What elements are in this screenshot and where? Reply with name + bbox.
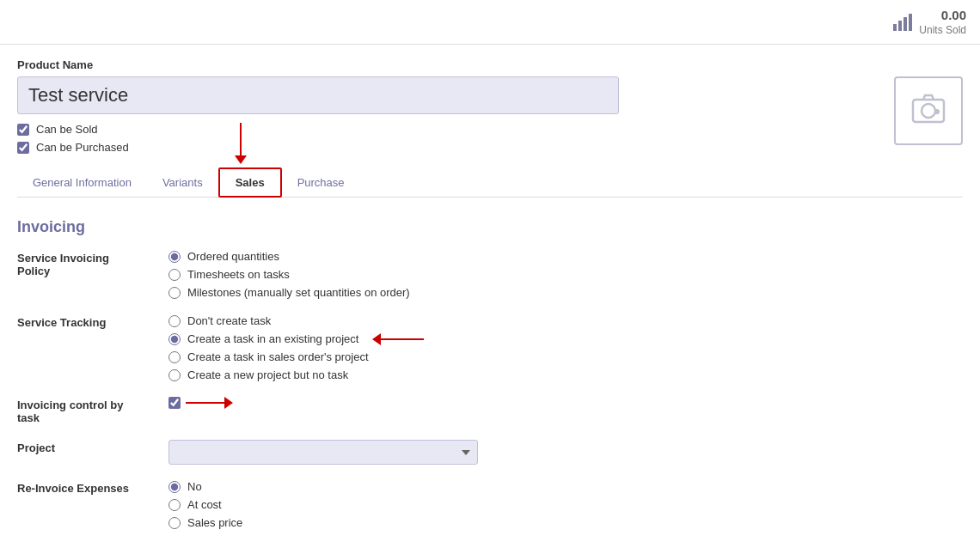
- can-be-purchased-label: Can be Purchased: [36, 141, 129, 154]
- svg-point-1: [922, 104, 935, 118]
- photo-placeholder[interactable]: [894, 76, 963, 145]
- tab-sales[interactable]: Sales: [218, 167, 282, 198]
- radio-sales-price-label: Sales price: [187, 516, 242, 529]
- arrow-left-annotation: [186, 397, 233, 409]
- radio-ordered[interactable]: Ordered quantities: [168, 250, 410, 263]
- radio-at-cost-label: At cost: [187, 498, 222, 511]
- radio-at-cost[interactable]: At cost: [168, 498, 242, 511]
- radio-new-project-label: Create a new project but no task: [187, 368, 348, 381]
- radio-sales-order-project[interactable]: Create a task in sales order's project: [168, 350, 424, 363]
- invoicing-control-row: Invoicing control bytask: [17, 397, 963, 424]
- units-sold-text: 0.00 Units Sold: [919, 7, 966, 37]
- checkboxes-container: Can be Sold Can be Purchased: [17, 123, 877, 154]
- camera-icon: [911, 93, 946, 130]
- radio-no-label: No: [187, 480, 202, 493]
- service-tracking-row: Service Tracking Don't create task Creat…: [17, 314, 963, 381]
- top-bar: 0.00 Units Sold: [0, 0, 980, 45]
- radio-sales-price[interactable]: Sales price: [168, 516, 242, 529]
- radio-existing-project[interactable]: Create a task in an existing project: [168, 332, 424, 345]
- invoicing-control-label: Invoicing control bytask: [17, 397, 155, 424]
- reinvoice-options: No At cost Sales price: [168, 480, 242, 529]
- service-tracking-options: Don't create task Create a task in an ex…: [168, 314, 424, 381]
- bar-chart-icon: [893, 14, 912, 31]
- tab-purchase[interactable]: Purchase: [282, 167, 360, 197]
- product-name-input[interactable]: [17, 76, 619, 114]
- project-label: Project: [17, 440, 155, 454]
- radio-timesheets-label: Timesheets on tasks: [187, 268, 290, 281]
- project-row: Project: [17, 440, 963, 465]
- radio-sales-order-project-label: Create a task in sales order's project: [187, 350, 369, 363]
- tab-variants[interactable]: Variants: [147, 167, 218, 197]
- radio-no-task[interactable]: Don't create task: [168, 314, 424, 327]
- units-sold-widget: 0.00 Units Sold: [893, 7, 966, 37]
- project-select[interactable]: [168, 440, 478, 465]
- can-be-purchased-checkbox[interactable]: Can be Purchased: [17, 141, 877, 154]
- main-content: Product Name Can be Sold Can be Purchase…: [0, 45, 980, 543]
- reinvoice-row: Re-Invoice Expenses No At cost Sales pri…: [17, 480, 963, 529]
- tab-general-information[interactable]: General Information: [17, 167, 147, 197]
- radio-no-task-label: Don't create task: [187, 314, 271, 327]
- product-name-row: Can be Sold Can be Purchased: [17, 76, 963, 154]
- radio-ordered-label: Ordered quantities: [187, 250, 279, 263]
- product-name-label: Product Name: [17, 58, 963, 71]
- can-be-sold-label: Can be Sold: [36, 123, 98, 136]
- radio-timesheets[interactable]: Timesheets on tasks: [168, 268, 410, 281]
- radio-new-project[interactable]: Create a new project but no task: [168, 368, 424, 381]
- units-sold-label: Units Sold: [919, 24, 966, 38]
- form-section: Service InvoicingPolicy Ordered quantiti…: [17, 250, 963, 529]
- invoicing-section-title: Invoicing: [17, 218, 963, 236]
- reinvoice-label: Re-Invoice Expenses: [17, 480, 155, 495]
- tabs-container: General Information Variants Sales Purch…: [17, 167, 963, 198]
- can-be-sold-checkbox[interactable]: Can be Sold: [17, 123, 877, 136]
- service-invoicing-row: Service InvoicingPolicy Ordered quantiti…: [17, 250, 963, 299]
- radio-milestones[interactable]: Milestones (manually set quantities on o…: [168, 286, 410, 299]
- units-sold-number: 0.00: [919, 7, 966, 24]
- service-invoicing-options: Ordered quantities Timesheets on tasks M…: [168, 250, 410, 299]
- invoicing-control-value: [168, 397, 233, 409]
- service-tracking-label: Service Tracking: [17, 314, 155, 329]
- radio-no[interactable]: No: [168, 480, 242, 493]
- invoicing-control-checkbox[interactable]: [168, 397, 181, 409]
- arrow-right-annotation: [372, 333, 424, 345]
- radio-existing-project-label: Create a task in an existing project: [187, 332, 358, 345]
- service-invoicing-label: Service InvoicingPolicy: [17, 250, 155, 277]
- radio-milestones-label: Milestones (manually set quantities on o…: [187, 286, 410, 299]
